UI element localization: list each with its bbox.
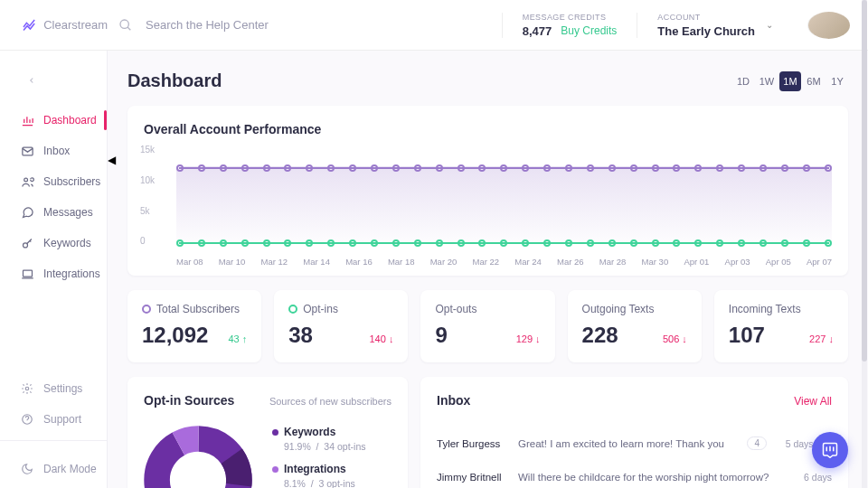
chevron-left-icon xyxy=(27,76,36,85)
x-tick: Mar 22 xyxy=(472,257,499,267)
stat-label: Outgoing Texts xyxy=(582,303,687,315)
y-tick: 10k xyxy=(140,174,155,184)
search[interactable] xyxy=(118,18,502,33)
x-tick: Apr 05 xyxy=(766,257,791,267)
optin-title: Opt-in Sources xyxy=(144,393,234,408)
stat-delta: 140 ↓ xyxy=(369,333,393,344)
inbox-message[interactable]: Tyler BurgessGreat! I am excited to lear… xyxy=(437,426,832,461)
x-tick: Mar 28 xyxy=(599,257,627,267)
x-tick: Mar 20 xyxy=(430,257,458,267)
avatar[interactable] xyxy=(807,12,850,39)
x-tick: Apr 03 xyxy=(725,257,750,267)
dark-mode-label: Dark Mode xyxy=(43,463,97,475)
x-tick: Mar 08 xyxy=(176,257,203,267)
x-tick: Apr 07 xyxy=(807,257,832,267)
svg-rect-5 xyxy=(23,270,32,277)
scrollbar[interactable] xyxy=(862,0,867,488)
sidebar-item-label: Subscribers xyxy=(43,175,100,188)
collapse-sidebar-button[interactable] xyxy=(20,69,43,92)
x-axis: Mar 08Mar 10Mar 12Mar 14Mar 16Mar 18Mar … xyxy=(176,257,832,267)
x-tick: Mar 26 xyxy=(557,257,584,267)
stat-value: 107 xyxy=(729,323,765,348)
stat-delta: 227 ↓ xyxy=(809,333,834,344)
sidebar-item-messages[interactable]: Messages xyxy=(0,197,107,228)
credits-label: MESSAGE CREDITS xyxy=(523,13,618,22)
stat-label: Opt-ins xyxy=(288,303,393,315)
legend-item[interactable]: Integrations8.1% / 3 opt-ins xyxy=(272,463,365,488)
buy-credits-link[interactable]: Buy Credits xyxy=(561,24,617,37)
chat-icon xyxy=(20,205,34,220)
x-tick: Apr 01 xyxy=(684,257,709,267)
range-1d[interactable]: 1D xyxy=(732,71,754,91)
inbox-title: Inbox xyxy=(437,393,470,408)
logo[interactable]: Clearstream xyxy=(22,17,108,33)
stat-delta: 43 ↑ xyxy=(228,333,247,344)
range-1m[interactable]: 1M xyxy=(779,71,801,91)
stats-row: Total Subscribers12,09243 ↑Opt-ins38140 … xyxy=(127,290,848,362)
stat-total-subscribers[interactable]: Total Subscribers12,09243 ↑ xyxy=(127,290,261,362)
sidebar-item-integrations[interactable]: Integrations xyxy=(0,258,107,289)
plot xyxy=(176,149,832,243)
stat-label: Incoming Texts xyxy=(729,303,834,315)
stat-label: Opt-outs xyxy=(435,303,540,315)
svg-point-4 xyxy=(23,242,27,247)
chart-title: Overall Account Performance xyxy=(144,122,832,136)
donut-chart[interactable] xyxy=(144,426,252,488)
sidebar-item-label: Messages xyxy=(43,206,93,219)
series-subscribers xyxy=(176,164,832,172)
header: Clearstream MESSAGE CREDITS 8,477 Buy Cr… xyxy=(0,0,868,51)
range-1y[interactable]: 1Y xyxy=(826,71,848,91)
sidebar-item-settings[interactable]: Settings xyxy=(0,373,107,404)
svg-point-6 xyxy=(25,387,29,390)
search-icon xyxy=(118,18,133,33)
sidebar-item-dashboard[interactable]: Dashboard xyxy=(0,105,107,136)
account-name: The Early Church xyxy=(657,24,755,38)
x-tick: Mar 30 xyxy=(642,257,669,267)
sidebar-item-subscribers[interactable]: Subscribers xyxy=(0,166,107,197)
optin-sources-card: Opt-in Sources Sources of new subscriber… xyxy=(127,377,408,488)
inbox-message[interactable]: Jimmy BritnellWill there be childcare fo… xyxy=(437,461,832,488)
sidebar-item-inbox[interactable]: Inbox xyxy=(0,136,107,166)
dot-icon xyxy=(272,429,278,436)
area-fill xyxy=(176,166,832,243)
key-icon xyxy=(20,236,34,250)
stat-delta: 506 ↓ xyxy=(663,333,687,344)
sidebar-item-label: Settings xyxy=(43,382,82,395)
laptop-icon xyxy=(20,267,34,281)
legend-detail: 8.1% / 3 opt-ins xyxy=(284,478,365,488)
x-tick: Mar 18 xyxy=(388,257,415,267)
sidebar-item-support[interactable]: Support xyxy=(0,404,107,435)
chart-area[interactable]: 15k 10k 5k 0 Mar 08Mar 10Mar 12Mar 14Mar… xyxy=(144,149,832,267)
intercom-launcher[interactable] xyxy=(812,432,848,468)
legend-title: Keywords xyxy=(272,426,365,438)
account-switcher[interactable]: ACCOUNT The Early Church ⌄ xyxy=(637,13,793,38)
stat-outgoing-texts[interactable]: Outgoing Texts228506 ↓ xyxy=(568,290,702,362)
stat-opt-outs[interactable]: Opt-outs9129 ↓ xyxy=(420,290,554,362)
message-time: 6 days xyxy=(776,472,832,483)
legend-item[interactable]: Keywords91.9% / 34 opt-ins xyxy=(272,426,365,452)
range-6m[interactable]: 6M xyxy=(803,71,825,91)
stat-incoming-texts[interactable]: Incoming Texts107227 ↓ xyxy=(714,290,848,362)
sidebar-item-dark-mode[interactable]: Dark Mode xyxy=(0,454,107,484)
ring-icon xyxy=(142,305,151,314)
credits-value: 8,477 xyxy=(523,24,552,38)
message-preview: Will there be childcare for the worship … xyxy=(518,472,776,483)
stat-value: 9 xyxy=(435,323,447,348)
view-all-link[interactable]: View All xyxy=(794,395,832,408)
chart-icon xyxy=(20,113,34,127)
optin-subtitle: Sources of new subscribers xyxy=(269,396,392,407)
chevron-down-icon: ⌄ xyxy=(766,20,773,30)
sidebar-item-label: Integrations xyxy=(43,267,100,280)
sidebar-item-label: Support xyxy=(43,413,81,426)
stat-opt-ins[interactable]: Opt-ins38140 ↓ xyxy=(274,290,408,362)
sidebar-item-label: Inbox xyxy=(43,145,70,157)
users-icon xyxy=(20,174,34,189)
sidebar-item-keywords[interactable]: Keywords xyxy=(0,228,107,258)
stat-delta: 129 ↓ xyxy=(516,333,541,344)
message-preview: Great! I am excited to learn more! Thank… xyxy=(518,438,747,449)
time-range-selector: 1D1W1M6M1Y xyxy=(732,71,848,91)
range-1w[interactable]: 1W xyxy=(756,71,778,91)
stat-value: 228 xyxy=(582,323,618,348)
legend-detail: 91.9% / 34 opt-ins xyxy=(284,441,365,452)
search-input[interactable] xyxy=(146,18,344,32)
